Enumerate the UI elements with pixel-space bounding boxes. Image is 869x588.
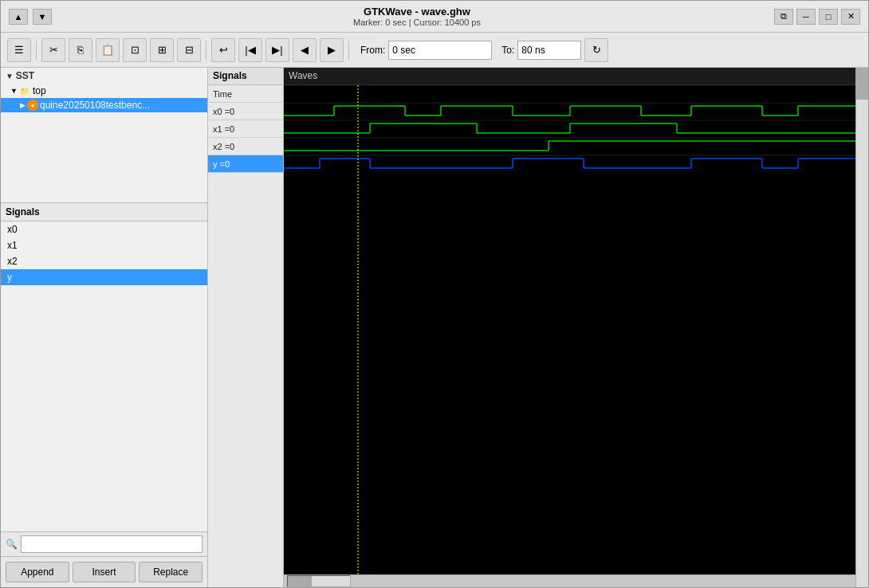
search-bar: 🔍 <box>1 532 207 557</box>
select-all-btn[interactable]: ⊡ <box>123 38 147 62</box>
signal-row-x0: x0 =0 <box>208 103 283 120</box>
next-btn[interactable]: ▶ <box>320 38 344 62</box>
waveform-area[interactable] <box>284 85 855 574</box>
search-input[interactable] <box>21 535 203 553</box>
signals-bottom: 🔍 Append Insert Replace <box>1 531 207 587</box>
action-buttons: Append Insert Replace <box>1 557 207 587</box>
copy-btn[interactable]: ⎘ <box>69 38 92 62</box>
titlebar-arrows: ▲ ▼ <box>9 9 52 25</box>
v-scrollbar-thumb[interactable] <box>856 68 868 100</box>
signals-col-header: Signals <box>208 68 283 85</box>
folder-icon: 📁 <box>19 85 30 96</box>
h-scrollbar-thumb[interactable] <box>288 576 312 586</box>
main-content: ▼ SST ▼ 📁 top ▶ ● quine20250108testbenc.… <box>1 68 868 587</box>
sst-title: SST <box>16 70 34 81</box>
zoom-fit-btn[interactable]: ⊞ <box>150 38 174 62</box>
signal-item-x1[interactable]: x1 <box>1 237 207 253</box>
signals-list: x0 x1 x2 y <box>1 221 207 531</box>
main-window: ▲ ▼ GTKWave - wave.ghw Marker: 0 sec | C… <box>0 0 869 588</box>
tree-item-top[interactable]: ▼ 📁 top <box>1 84 207 98</box>
v-scrollbar-track[interactable] <box>856 68 868 587</box>
sep3 <box>348 41 349 60</box>
tree-item-label-top: top <box>33 85 46 96</box>
marker-cursor-info: Marker: 0 sec | Cursor: 10400 ps <box>60 18 774 27</box>
signal-row-x1: x1 =0 <box>208 120 283 138</box>
wave-panel: Signals Time x0 =0 x1 =0 x2 =0 y =0 Wave… <box>208 68 868 587</box>
to-label: To: <box>501 45 514 56</box>
tree-item-label-module: quine20250108testbenc... <box>40 100 150 111</box>
replace-button[interactable]: Replace <box>139 562 203 582</box>
sst-section: ▼ SST ▼ 📁 top ▶ ● quine20250108testbenc.… <box>1 68 207 203</box>
signals-section: Signals x0 x1 x2 y 🔍 Append Insert Rep <box>1 203 207 587</box>
horizontal-scrollbar[interactable] <box>284 574 855 587</box>
signal-row-y: y =0 <box>208 155 283 173</box>
scroll-down-btn[interactable]: ▼ <box>33 9 52 25</box>
zoom-box-btn[interactable]: ⊟ <box>177 38 201 62</box>
waves-with-scrollbar: Waves <box>284 68 855 587</box>
tree-item-module[interactable]: ▶ ● quine20250108testbenc... <box>1 98 207 112</box>
signal-item-y[interactable]: y <box>1 269 207 285</box>
refresh-btn[interactable]: ↻ <box>584 38 608 62</box>
insert-button[interactable]: Insert <box>73 562 136 582</box>
signal-row-x2: x2 =0 <box>208 138 283 155</box>
sst-header: ▼ SST <box>1 68 207 84</box>
wave-canvas <box>284 85 855 574</box>
sep2 <box>206 41 206 60</box>
minimize-btn[interactable]: ─ <box>796 9 816 25</box>
append-button[interactable]: Append <box>6 562 69 582</box>
cut-btn[interactable]: ✂ <box>41 38 65 62</box>
waves-inner: Signals Time x0 =0 x1 =0 x2 =0 y =0 Wave… <box>208 68 868 587</box>
vertical-scrollbar[interactable] <box>855 68 868 587</box>
signal-item-x0[interactable]: x0 <box>1 221 207 237</box>
go-end-btn[interactable]: ▶| <box>265 38 289 62</box>
tree-arrow-2: ▶ <box>20 101 26 109</box>
signal-item-x2[interactable]: x2 <box>1 253 207 269</box>
signal-row-time: Time <box>208 85 283 103</box>
sst-arrow: ▼ <box>6 72 16 80</box>
maximize-btn[interactable]: □ <box>819 9 838 25</box>
module-icon: ● <box>27 100 38 111</box>
from-input[interactable] <box>388 41 492 60</box>
sep1 <box>36 41 37 60</box>
titlebar-title: GTKWave - wave.ghw Marker: 0 sec | Curso… <box>60 6 774 27</box>
signals-section-header: Signals <box>1 203 207 221</box>
close-btn[interactable]: ✕ <box>841 9 860 25</box>
restore-btn[interactable]: ⧉ <box>774 9 793 25</box>
go-start-btn[interactable]: |◀ <box>238 38 262 62</box>
window-controls: ⧉ ─ □ ✕ <box>774 9 860 25</box>
signal-names-column: Signals Time x0 =0 x1 =0 x2 =0 y =0 <box>208 68 284 587</box>
scroll-up-btn[interactable]: ▲ <box>9 9 28 25</box>
titlebar: ▲ ▼ GTKWave - wave.ghw Marker: 0 sec | C… <box>1 1 868 33</box>
prev-btn[interactable]: ◀ <box>293 38 317 62</box>
paste-btn[interactable]: 📋 <box>96 38 120 62</box>
waveform-display[interactable]: Waves <box>284 68 855 574</box>
left-panel: ▼ SST ▼ 📁 top ▶ ● quine20250108testbenc.… <box>1 68 208 587</box>
to-input[interactable] <box>517 41 581 60</box>
h-scrollbar-track[interactable] <box>287 575 351 587</box>
menu-btn[interactable]: ☰ <box>7 38 31 62</box>
undo-btn[interactable]: ↩ <box>211 38 235 62</box>
app-title: GTKWave - wave.ghw <box>60 6 774 18</box>
tree-expand-arrow: ▼ <box>10 87 18 95</box>
toolbar: ☰ ✂ ⎘ 📋 ⊡ ⊞ ⊟ ↩ |◀ ▶| ◀ ▶ From: To: ↻ <box>1 33 868 68</box>
search-icon: 🔍 <box>6 539 18 550</box>
waves-header: Waves <box>284 68 855 85</box>
from-label: From: <box>360 45 385 56</box>
